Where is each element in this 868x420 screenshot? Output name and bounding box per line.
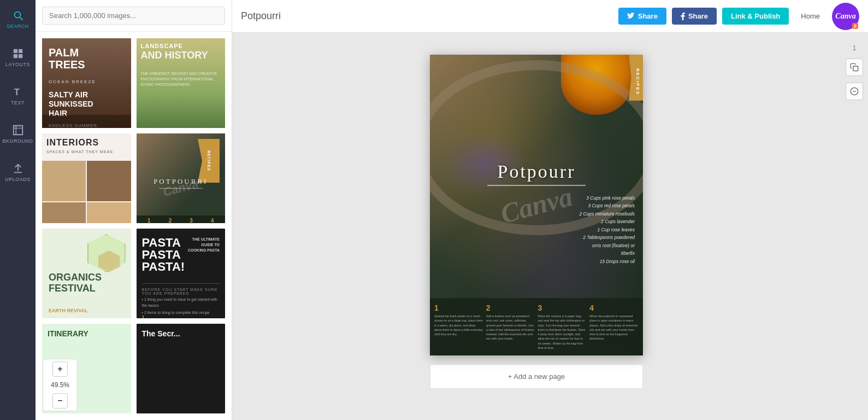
step-3: 3 Place the mixture in a paper bag and s… <box>538 304 587 350</box>
ingredients-text: 3 Cups pink rose petals 3 Cups red rose … <box>579 194 635 265</box>
steps-section: 1 Spread the fresh petals on a mesh scre… <box>430 298 643 355</box>
twitter-share-button[interactable]: Share <box>618 8 666 25</box>
step-4-text: When the potpourri is 'seasoned' place i… <box>589 314 639 341</box>
canvas-main-title: Potpourr <box>430 161 643 182</box>
canvas-area: Recipes Potpourr 3 Cups pink rose petals… <box>232 33 868 420</box>
step-2-num: 2 <box>486 304 535 312</box>
sidebar-item-layouts[interactable]: LAYOUTS <box>0 38 36 77</box>
templates-panel: PALMTREES OCEAN BREEZE SALTY AIRSUNKISSE… <box>36 0 232 420</box>
svg-rect-2 <box>13 54 17 58</box>
add-page-label: + Add a new page <box>508 372 565 381</box>
ingredients-list: 3 Cups pink rose petals 3 Cups red rose … <box>579 194 635 265</box>
main-title-area: Potpourr <box>430 161 643 189</box>
facebook-share-label: Share <box>688 12 708 20</box>
canvas-viewport: Recipes Potpourr 3 Cups pink rose petals… <box>232 33 841 420</box>
sidebar-layouts-label: LAYOUTS <box>5 62 30 67</box>
zoom-plus-button[interactable]: + <box>52 361 68 377</box>
twitter-share-label: Share <box>638 12 658 20</box>
copy-page-button[interactable] <box>846 59 863 76</box>
canva-logo[interactable]: Canva β <box>832 3 859 30</box>
step-1-num: 1 <box>434 304 483 312</box>
delete-page-button[interactable] <box>846 83 863 100</box>
search-bar <box>36 0 232 32</box>
svg-rect-1 <box>18 49 22 53</box>
search-input[interactable] <box>42 7 225 25</box>
svg-rect-3 <box>18 54 22 58</box>
sidebar-item-background[interactable]: BKGROUND <box>0 115 36 153</box>
title-underline <box>487 185 586 186</box>
home-label: Home <box>801 12 820 20</box>
add-page-button[interactable]: + Add a new page <box>430 364 643 389</box>
page-number: 1 <box>852 44 856 52</box>
sidebar-text-label: TEXT <box>11 100 25 106</box>
step-1-text: Spread the fresh petals on a mesh screen… <box>434 314 483 336</box>
template-interiors[interactable]: INTERIORS SPACES & WHAT THEY MEAN <box>41 132 132 224</box>
step-2: 2 Add a fixative such as powdered orris … <box>486 304 535 350</box>
link-publish-label: Link & Publish <box>731 12 780 20</box>
topbar: Potpourri Share Share Link & Publish Hom… <box>232 0 868 33</box>
beta-badge: β <box>852 23 858 29</box>
step-4-num: 4 <box>589 304 639 312</box>
zoom-controls: + 49.5% − <box>43 359 78 411</box>
design-canvas[interactable]: Recipes Potpourr 3 Cups pink rose petals… <box>430 55 643 355</box>
sidebar-bkground-label: BKGROUND <box>2 138 33 144</box>
zoom-value: 49.5% <box>48 380 73 390</box>
sidebar-item-text[interactable]: T TEXT <box>0 77 36 115</box>
step-3-text: Place the mixture in a paper bag and sea… <box>538 314 587 350</box>
template-landscape[interactable]: LANDSCAPE AND HISTORY THE GREATEST, RICH… <box>135 37 227 129</box>
svg-rect-5 <box>853 66 858 71</box>
right-panel: 1 <box>841 33 868 420</box>
main-area: Potpourri Share Share Link & Publish Hom… <box>232 0 868 420</box>
sidebar-item-uploads[interactable]: UPLOADS <box>0 153 36 191</box>
template-secret[interactable]: The Secr... <box>135 323 227 415</box>
svg-text:T: T <box>14 87 19 97</box>
template-potpourri[interactable]: RECIPES POTPOURRI Canva 1Step text 2Step… <box>135 132 227 224</box>
step-4: 4 When the potpourri is 'seasoned' place… <box>589 304 639 350</box>
sidebar-item-search[interactable]: SEARCH <box>0 0 36 38</box>
zoom-minus-button[interactable]: − <box>52 393 68 409</box>
template-pasta[interactable]: PASTAPASTAPASTA! THE ULTIMATEGUIDE TOCOO… <box>135 228 227 319</box>
design-title: Potpourri <box>241 10 281 22</box>
step-2-text: Add a fixative such as powdered orris ro… <box>486 314 535 341</box>
home-button[interactable]: Home <box>794 8 826 25</box>
sidebar-uploads-label: UPLOADS <box>5 177 31 182</box>
step-3-num: 3 <box>538 304 587 312</box>
link-publish-button[interactable]: Link & Publish <box>722 8 789 25</box>
template-palm[interactable]: PALMTREES OCEAN BREEZE SALTY AIRSUNKISSE… <box>41 37 132 129</box>
sidebar-search-label: SEARCH <box>7 24 29 29</box>
template-organics[interactable]: ORGANICSFESTIVAL EARTH REVIVAL Everythin… <box>41 228 132 319</box>
step-1: 1 Spread the fresh petals on a mesh scre… <box>434 304 483 350</box>
sidebar: SEARCH LAYOUTS T TEXT BKGROUND UPLOADS <box>0 0 36 420</box>
facebook-share-button[interactable]: Share <box>672 8 717 25</box>
svg-rect-0 <box>13 49 17 53</box>
